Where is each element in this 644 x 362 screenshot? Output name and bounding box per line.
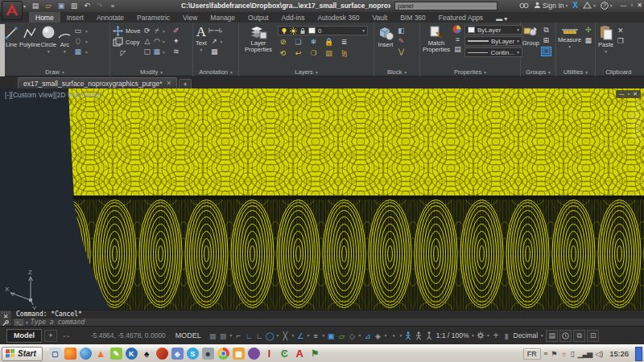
layer-isolate-icon[interactable]: ❏ (293, 37, 303, 47)
clock-icon[interactable] (559, 330, 572, 342)
layer-walk-icon[interactable]: ❍ (308, 48, 319, 58)
edit-block-icon[interactable]: ✎ (396, 37, 407, 47)
firefox-icon[interactable] (64, 348, 76, 360)
layer-previous-icon[interactable]: ↩ (293, 48, 303, 58)
new-drawing-tab-button[interactable]: + (179, 79, 192, 88)
redo-icon[interactable]: ↷ (95, 1, 105, 10)
a360-icon[interactable]: ▾ (583, 2, 596, 9)
layer-properties-button[interactable]: Layer Properties (242, 23, 275, 58)
drawing-minimize-icon[interactable]: — (619, 91, 625, 97)
model-tab[interactable]: Model (6, 329, 42, 343)
linetype-dropdown[interactable]: Contin...▾ (464, 47, 522, 57)
linetype-list-icon[interactable]: ▤ (452, 45, 463, 53)
close-button[interactable]: ✕ (637, 2, 642, 9)
layer-vpfreeze-icon[interactable]: ▨ (324, 48, 334, 58)
browser-globe-icon[interactable] (80, 348, 92, 360)
matlab-icon[interactable] (156, 348, 168, 360)
battery-icon[interactable]: ▯ (571, 350, 575, 358)
polar-tracking-icon[interactable]: ◯ (265, 330, 275, 341)
quick-properties-icon[interactable]: ▤ (546, 330, 558, 342)
purple-app-icon[interactable] (248, 348, 260, 360)
search-binoculars-icon[interactable] (519, 2, 529, 9)
tab-insert[interactable]: Insert (60, 12, 90, 23)
layout-overflow-icon[interactable]: ⌄⌄ (62, 332, 70, 339)
command-close-icon[interactable]: ✕ (3, 314, 9, 320)
tab-home[interactable]: Home (29, 12, 60, 23)
help-icon[interactable]: ? ▾ (601, 2, 613, 10)
help-search-input[interactable]: panel (394, 2, 497, 10)
paste-button[interactable]: Paste ▾ (598, 23, 613, 54)
color-dropdown[interactable]: ByLayer▾ (464, 25, 522, 35)
tab-view[interactable]: View (176, 12, 204, 23)
language-indicator[interactable]: FR (523, 348, 541, 360)
panel-label-annotation[interactable]: Annotation▾ (193, 68, 238, 76)
layer-merge-icon[interactable]: ⧎ (339, 48, 349, 58)
layer-unsaved-icon[interactable]: ⟲ (278, 48, 288, 58)
speaker-icon[interactable]: ◁) (595, 350, 603, 358)
command-line-grip[interactable]: ✕ (0, 311, 12, 326)
block-attributes-icon[interactable]: ⋁ (396, 47, 407, 57)
qat-customize-icon[interactable]: » (108, 1, 118, 10)
panel-label-properties[interactable]: Properties▾ (420, 68, 520, 76)
quick-select-icon[interactable]: ✢ (583, 26, 593, 35)
text-button[interactable]: A Text ▾ (196, 23, 207, 57)
exchange-apps-icon[interactable]: X (572, 1, 578, 10)
layer-dropdown[interactable]: 0 ▾ (278, 26, 368, 35)
group-edit-icon[interactable]: ⊞ (541, 36, 551, 46)
drawing-close-icon[interactable]: ✕ (633, 91, 638, 97)
minimize-button[interactable]: — (620, 2, 626, 9)
sign-in-button[interactable]: Sign In ▾ (534, 2, 568, 10)
snap-mode-icon[interactable]: ▩ (218, 330, 229, 341)
group-button[interactable]: Group (522, 23, 539, 56)
table-icon[interactable]: ▦ (209, 47, 220, 57)
navigation-bar[interactable] (631, 100, 642, 142)
dynamic-ucs-icon[interactable]: ⊿ (362, 330, 373, 341)
fullscreen-icon[interactable]: ⊡ (587, 330, 599, 342)
viewport-controls-label[interactable]: [-][Custom View][2D Wireframe] (5, 91, 101, 99)
vlc-cone-icon[interactable]: ▲ (95, 348, 107, 360)
lineweight-dropdown[interactable]: ByLayer▾ (464, 36, 522, 46)
autocad-taskbar-icon[interactable]: A (294, 348, 306, 360)
layer-freeze-icon[interactable]: ❄ (308, 37, 319, 47)
skype-icon[interactable]: S (187, 348, 199, 360)
explorer-window-icon[interactable]: ▢ (49, 348, 61, 360)
layer-lock-icon[interactable]: 🔒 (324, 37, 334, 47)
create-block-icon[interactable]: ◧ (396, 27, 407, 36)
tray-app-icon[interactable]: ¤ (544, 350, 547, 357)
line-button[interactable]: Line (3, 23, 19, 57)
restore-button[interactable]: ▫ (630, 2, 633, 9)
layer-off-icon[interactable]: ⊘ (278, 37, 288, 47)
copy-clip-icon[interactable]: ❐ (615, 37, 625, 47)
cut-icon[interactable]: ✕ (615, 27, 625, 36)
layer-match-icon[interactable]: ≣ (339, 37, 349, 47)
tab-addins[interactable]: Add-ins (275, 12, 312, 23)
move-button[interactable]: Move (113, 26, 140, 36)
isolate-objects-icon[interactable]: ▮ (502, 330, 512, 341)
green-c-app-icon[interactable]: Ͼ (279, 348, 291, 360)
customization-gear-icon[interactable] (476, 330, 486, 341)
match-properties-button[interactable]: Match Properties (423, 23, 450, 57)
ribbon-display-toggle-icon[interactable]: ▬ ▾ (496, 15, 507, 23)
ungroup-icon[interactable]: ⧉ (541, 26, 551, 35)
show-desktop-button[interactable] (635, 347, 642, 361)
share-icon[interactable]: ⧉ (573, 330, 585, 342)
ortho-mode-icon[interactable]: ∟ (254, 330, 265, 341)
rectangle-icon[interactable]: ▭ (72, 27, 83, 36)
chrome-icon[interactable] (217, 348, 229, 360)
panel-label-modify[interactable]: Modify▾ (110, 68, 192, 76)
copy-button[interactable]: Copy (113, 37, 140, 47)
application-menu-button[interactable] (2, 1, 23, 20)
annotation-visibility-icon[interactable] (403, 330, 414, 341)
annotation-scale-icon[interactable] (424, 330, 435, 341)
flag-app-icon[interactable]: ⚑ (309, 348, 321, 360)
selection-filter-icon[interactable]: ◈ (373, 330, 383, 341)
file-tab-active[interactable]: ex17_small_surface_noproxygraphics_purge… (18, 77, 177, 88)
tab-vault[interactable]: Vault (365, 12, 394, 23)
lineweight-list-icon[interactable]: ≡ (452, 35, 463, 43)
tab-manage[interactable]: Manage (204, 12, 242, 23)
annotation-autoscale-icon[interactable] (414, 330, 424, 341)
cube-3d-app-icon[interactable]: ◆ (171, 348, 184, 360)
tray-flag-icon[interactable]: ⚑ (551, 350, 557, 358)
network-signal-icon[interactable]: ▁▃▅ (578, 350, 592, 358)
polyline-button[interactable]: Polyline (19, 23, 40, 57)
